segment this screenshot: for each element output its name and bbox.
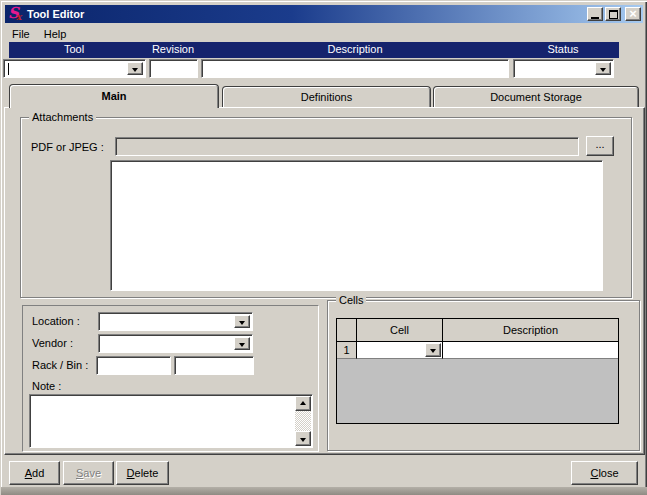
cell-combobox[interactable] bbox=[357, 342, 443, 359]
menu-help[interactable]: Help bbox=[37, 26, 74, 42]
note-textarea[interactable] bbox=[29, 394, 313, 448]
vendor-combobox[interactable] bbox=[98, 334, 253, 353]
cell-dropdown-button[interactable] bbox=[425, 343, 441, 357]
column-label-status: Status bbox=[547, 43, 578, 55]
column-label-description: Description bbox=[327, 43, 382, 55]
status-dropdown-button[interactable] bbox=[595, 62, 611, 75]
grid-corner-header bbox=[337, 319, 357, 342]
main-tab-panel: Attachments PDF or JPEG : ... Location :… bbox=[4, 107, 645, 455]
tool-combobox[interactable] bbox=[3, 59, 146, 78]
minimize-icon bbox=[591, 17, 599, 19]
text-caret bbox=[8, 63, 9, 75]
window-bottom-border bbox=[1, 487, 647, 495]
location-combobox[interactable] bbox=[98, 312, 253, 331]
details-panel: Location : Vendor : Rack / Bin : Note : bbox=[22, 305, 319, 452]
save-button-label: Save bbox=[76, 467, 101, 479]
column-label-tool: Tool bbox=[64, 43, 84, 55]
note-label: Note : bbox=[32, 380, 61, 392]
scroll-down-button[interactable] bbox=[295, 431, 311, 446]
browse-button[interactable]: ... bbox=[586, 136, 614, 156]
status-combobox[interactable] bbox=[513, 59, 614, 78]
grid-header-description: Description bbox=[443, 319, 618, 342]
add-button-label: Add bbox=[25, 467, 45, 479]
title-bar[interactable]: S x Tool Editor × bbox=[5, 5, 643, 23]
pdf-jpeg-label: PDF or JPEG : bbox=[31, 141, 104, 153]
grid-header-cell: Cell bbox=[357, 319, 443, 342]
cells-group-label: Cells bbox=[336, 294, 366, 307]
chevron-up-icon bbox=[300, 401, 306, 405]
vendor-label: Vendor : bbox=[32, 337, 73, 349]
menu-file[interactable]: File bbox=[5, 26, 37, 42]
delete-button[interactable]: Delete bbox=[116, 461, 169, 485]
chevron-down-icon bbox=[600, 68, 606, 72]
row-number-cell[interactable]: 1 bbox=[337, 342, 357, 359]
cell-description-field[interactable] bbox=[443, 342, 618, 359]
note-scrollbar[interactable] bbox=[295, 396, 311, 446]
rack-field[interactable] bbox=[96, 356, 171, 375]
chevron-down-icon bbox=[300, 438, 306, 442]
window-title: Tool Editor bbox=[27, 8, 587, 20]
app-icon-x: x bbox=[16, 12, 21, 22]
chevron-down-icon bbox=[239, 321, 245, 325]
chevron-down-icon bbox=[132, 68, 138, 72]
close-button[interactable]: Close bbox=[571, 461, 638, 485]
bin-field[interactable] bbox=[174, 356, 254, 375]
tool-dropdown-button[interactable] bbox=[127, 62, 143, 75]
close-icon: × bbox=[629, 9, 637, 19]
location-label: Location : bbox=[32, 315, 80, 327]
cells-group: Cells Cell Description 1 bbox=[327, 300, 640, 451]
vendor-dropdown-button[interactable] bbox=[234, 337, 250, 350]
tab-main[interactable]: Main bbox=[9, 84, 219, 108]
delete-button-label: Delete bbox=[127, 467, 159, 479]
app-icon: S x bbox=[7, 6, 23, 22]
attachments-group: Attachments PDF or JPEG : ... bbox=[20, 117, 632, 298]
tab-document-storage[interactable]: Document Storage bbox=[433, 86, 639, 107]
add-button[interactable]: Add bbox=[9, 461, 60, 485]
maximize-button[interactable] bbox=[605, 7, 621, 21]
save-button[interactable]: Save bbox=[63, 461, 114, 485]
description-field[interactable] bbox=[201, 59, 509, 78]
close-window-button[interactable]: × bbox=[625, 7, 641, 21]
grid-data-row: 1 bbox=[337, 342, 618, 359]
rack-bin-label: Rack / Bin : bbox=[32, 359, 88, 371]
minimize-button[interactable] bbox=[587, 7, 603, 21]
tool-editor-window: S x Tool Editor × File Help Tool Revisio… bbox=[0, 0, 647, 495]
column-label-revision: Revision bbox=[152, 43, 194, 55]
menu-bar: File Help bbox=[5, 25, 73, 42]
location-dropdown-button[interactable] bbox=[234, 315, 250, 328]
cells-grid: Cell Description 1 bbox=[336, 318, 619, 424]
scroll-up-button[interactable] bbox=[295, 396, 311, 411]
pdf-jpeg-path-field[interactable] bbox=[115, 137, 579, 156]
browse-button-label: ... bbox=[595, 138, 604, 150]
tab-definitions[interactable]: Definitions bbox=[222, 86, 431, 107]
attachments-group-label: Attachments bbox=[29, 111, 96, 124]
attachment-preview-area bbox=[110, 160, 603, 291]
field-header-band: Tool Revision Description Status bbox=[9, 42, 619, 58]
grid-header-row: Cell Description bbox=[337, 319, 618, 342]
maximize-icon bbox=[609, 10, 618, 19]
close-button-label: Close bbox=[590, 467, 618, 479]
chevron-down-icon bbox=[239, 343, 245, 347]
revision-field[interactable] bbox=[149, 59, 198, 78]
chevron-down-icon bbox=[430, 349, 436, 353]
